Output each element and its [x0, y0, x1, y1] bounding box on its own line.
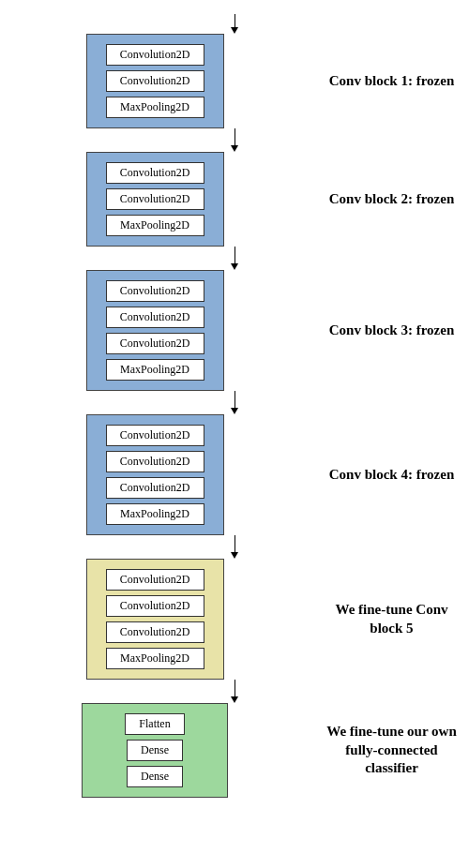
- row-block4: Convolution2D Convolution2D Convolution2…: [0, 414, 469, 535]
- layer: Convolution2D: [106, 162, 204, 184]
- label-block1: Conv block 1: frozen: [310, 72, 469, 91]
- layer: Convolution2D: [106, 333, 204, 354]
- row-block2: Convolution2D Convolution2D MaxPooling2D…: [0, 152, 469, 247]
- layer: Convolution2D: [106, 44, 204, 66]
- layer: Convolution2D: [106, 621, 204, 643]
- label-classifier: We fine-tune our own fully-connected cla…: [310, 723, 469, 778]
- diagram-container: Convolution2D Convolution2D MaxPooling2D…: [0, 0, 469, 798]
- layer: Convolution2D: [106, 280, 204, 302]
- layer: Flatten: [125, 713, 184, 735]
- conv-block-1: Convolution2D Convolution2D MaxPooling2D: [86, 34, 224, 128]
- arrow: [231, 128, 238, 152]
- layer: MaxPooling2D: [106, 359, 204, 381]
- layer: Convolution2D: [106, 477, 204, 499]
- label-block2: Conv block 2: frozen: [310, 190, 469, 209]
- layer: Convolution2D: [106, 595, 204, 617]
- layer: Convolution2D: [106, 188, 204, 210]
- arrow: [231, 247, 238, 270]
- arrow: [231, 680, 238, 703]
- row-block3: Convolution2D Convolution2D Convolution2…: [0, 270, 469, 391]
- row-block1: Convolution2D Convolution2D MaxPooling2D…: [0, 34, 469, 128]
- label-block4: Conv block 4: frozen: [310, 466, 469, 485]
- layer: Dense: [127, 766, 183, 787]
- layer: Convolution2D: [106, 451, 204, 472]
- row-classifier: Flatten Dense Dense We fine-tune our own…: [0, 703, 469, 798]
- layer: Dense: [127, 740, 183, 761]
- label-block5: We fine-tune Conv block 5: [310, 601, 469, 637]
- row-block5: Convolution2D Convolution2D Convolution2…: [0, 559, 469, 680]
- label-block3: Conv block 3: frozen: [310, 322, 469, 340]
- conv-block-5: Convolution2D Convolution2D Convolution2…: [86, 559, 224, 680]
- layer: Convolution2D: [106, 569, 204, 591]
- conv-block-2: Convolution2D Convolution2D MaxPooling2D: [86, 152, 224, 247]
- arrow: [231, 535, 238, 559]
- layer: Convolution2D: [106, 70, 204, 92]
- layer: MaxPooling2D: [106, 215, 204, 236]
- layer: MaxPooling2D: [106, 648, 204, 669]
- conv-block-4: Convolution2D Convolution2D Convolution2…: [86, 414, 224, 535]
- layer: Convolution2D: [106, 307, 204, 328]
- layer: Convolution2D: [106, 425, 204, 446]
- layer: MaxPooling2D: [106, 97, 204, 118]
- conv-block-3: Convolution2D Convolution2D Convolution2…: [86, 270, 224, 391]
- arrow: [231, 391, 238, 414]
- layer: MaxPooling2D: [106, 503, 204, 525]
- classifier-block: Flatten Dense Dense: [82, 703, 227, 798]
- arrow-input: [231, 14, 238, 34]
